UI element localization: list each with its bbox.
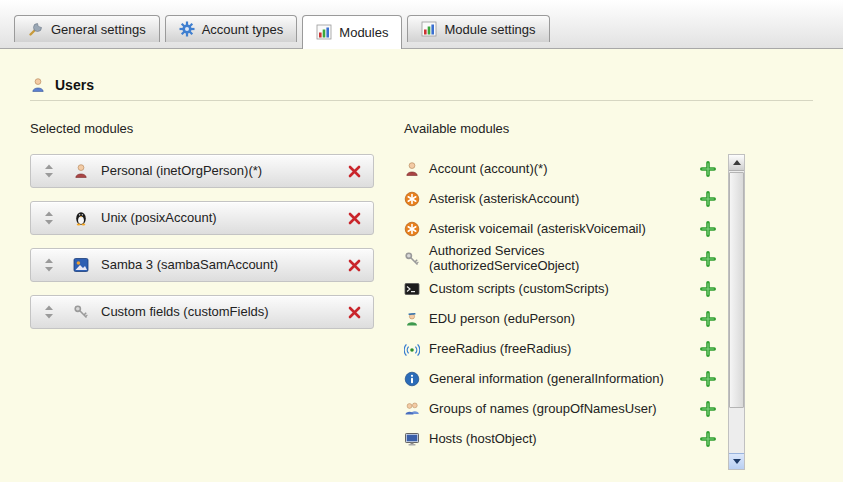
selected-module-label: Samba 3 (sambaSamAccount) xyxy=(101,258,345,273)
available-module-label: Custom scripts (customScripts) xyxy=(429,282,699,297)
selected-modules-column: Selected modules Personal (inetOrgPerson… xyxy=(30,121,404,470)
remove-module-button[interactable] xyxy=(345,209,363,227)
penguin-icon xyxy=(73,210,89,226)
person-icon xyxy=(404,161,420,177)
drag-handle-icon[interactable] xyxy=(41,211,57,225)
available-module-label: Account (account)(*) xyxy=(429,162,699,177)
tab-bar: General settings Account types Modules M… xyxy=(0,0,843,49)
drag-handle-icon[interactable] xyxy=(41,305,57,319)
tab-modules[interactable]: Modules xyxy=(302,15,402,49)
asterisk-icon xyxy=(404,221,420,237)
scrollbar[interactable] xyxy=(728,154,745,470)
available-module-label: Asterisk voicemail (asteriskVoicemail) xyxy=(429,222,699,237)
selected-module-row-custom-fields: Custom fields (customFields) xyxy=(30,295,374,329)
tab-label: Module settings xyxy=(444,22,535,37)
modules-chart-icon xyxy=(316,24,332,40)
asterisk-icon xyxy=(404,191,420,207)
available-module-label: Groups of names (groupOfNamesUser) xyxy=(429,402,699,417)
samba-icon xyxy=(73,257,89,273)
available-module-row-asterisk: Asterisk (asteriskAccount) xyxy=(404,184,717,214)
available-module-row-hosts: Hosts (hostObject) xyxy=(404,424,717,454)
section-divider xyxy=(30,100,813,101)
selected-module-row-personal: Personal (inetOrgPerson)(*) xyxy=(30,154,374,188)
add-module-button[interactable] xyxy=(699,190,717,208)
remove-module-button[interactable] xyxy=(345,303,363,321)
terminal-icon xyxy=(404,281,420,297)
available-modules-heading: Available modules xyxy=(404,121,745,136)
chevron-up-icon xyxy=(733,160,741,165)
scroll-up-button[interactable] xyxy=(729,155,744,171)
available-module-label: FreeRadius (freeRadius) xyxy=(429,342,699,357)
selected-module-row-samba: Samba 3 (sambaSamAccount) xyxy=(30,248,374,282)
available-module-row-freeradius: FreeRadius (freeRadius) xyxy=(404,334,717,364)
selected-module-label: Unix (posixAccount) xyxy=(101,211,345,226)
selected-module-row-unix: Unix (posixAccount) xyxy=(30,201,374,235)
selected-module-label: Personal (inetOrgPerson)(*) xyxy=(101,164,345,179)
add-module-button[interactable] xyxy=(699,400,717,418)
scrollbar-thumb[interactable] xyxy=(729,172,744,408)
available-module-row-edu-person: EDU person (eduPerson) xyxy=(404,304,717,334)
add-module-button[interactable] xyxy=(699,160,717,178)
available-module-label: General information (generalInformation) xyxy=(429,372,699,387)
chevron-down-icon xyxy=(733,459,741,464)
section-heading-users: Users xyxy=(30,77,813,93)
selected-module-label: Custom fields (customFields) xyxy=(101,305,345,320)
user-icon xyxy=(30,77,46,93)
available-module-label: Authorized Services (authorizedServiceOb… xyxy=(429,244,699,274)
add-module-button[interactable] xyxy=(699,250,717,268)
host-monitor-icon xyxy=(404,431,420,447)
remove-module-button[interactable] xyxy=(345,256,363,274)
group-icon xyxy=(404,401,420,417)
available-module-row-account: Account (account)(*) xyxy=(404,154,717,184)
add-module-button[interactable] xyxy=(699,220,717,238)
available-module-row-groups-of-names: Groups of names (groupOfNamesUser) xyxy=(404,394,717,424)
person-icon xyxy=(73,163,89,179)
available-module-label: Hosts (hostObject) xyxy=(429,432,699,447)
gear-icon xyxy=(179,21,195,37)
available-module-row-authorized-services: Authorized Services (authorizedServiceOb… xyxy=(404,244,717,274)
module-settings-chart-icon xyxy=(421,21,437,37)
selected-modules-heading: Selected modules xyxy=(30,121,404,136)
drag-handle-icon[interactable] xyxy=(41,258,57,272)
tab-label: Account types xyxy=(202,22,284,37)
keys-icon xyxy=(73,304,89,320)
edu-person-icon xyxy=(404,311,420,327)
add-module-button[interactable] xyxy=(699,280,717,298)
available-modules-column: Available modules Account (account)(*) xyxy=(404,121,745,470)
tab-account-types[interactable]: Account types xyxy=(165,15,298,42)
scroll-down-button[interactable] xyxy=(729,453,744,469)
available-module-row-general-information: General information (generalInformation) xyxy=(404,364,717,394)
tab-module-settings[interactable]: Module settings xyxy=(407,15,549,42)
section-title: Users xyxy=(55,77,94,93)
add-module-button[interactable] xyxy=(699,370,717,388)
remove-module-button[interactable] xyxy=(345,162,363,180)
keys-icon xyxy=(404,251,420,267)
available-modules-list: Account (account)(*) Asterisk (asteriskA… xyxy=(404,154,745,470)
add-module-button[interactable] xyxy=(699,310,717,328)
available-module-label: EDU person (eduPerson) xyxy=(429,312,699,327)
tab-label: General settings xyxy=(51,22,146,37)
add-module-button[interactable] xyxy=(699,430,717,448)
modules-panel: Users Selected modules Personal (inetOrg… xyxy=(0,77,843,470)
drag-handle-icon[interactable] xyxy=(41,164,57,178)
available-module-row-custom-scripts: Custom scripts (customScripts) xyxy=(404,274,717,304)
radius-waves-icon xyxy=(404,341,420,357)
tab-label: Modules xyxy=(339,25,388,40)
info-icon xyxy=(404,371,420,387)
available-module-label: Asterisk (asteriskAccount) xyxy=(429,192,699,207)
tab-general-settings[interactable]: General settings xyxy=(14,15,160,42)
available-module-row-asterisk-voicemail: Asterisk voicemail (asteriskVoicemail) xyxy=(404,214,717,244)
add-module-button[interactable] xyxy=(699,340,717,358)
wrench-icon xyxy=(28,21,44,37)
